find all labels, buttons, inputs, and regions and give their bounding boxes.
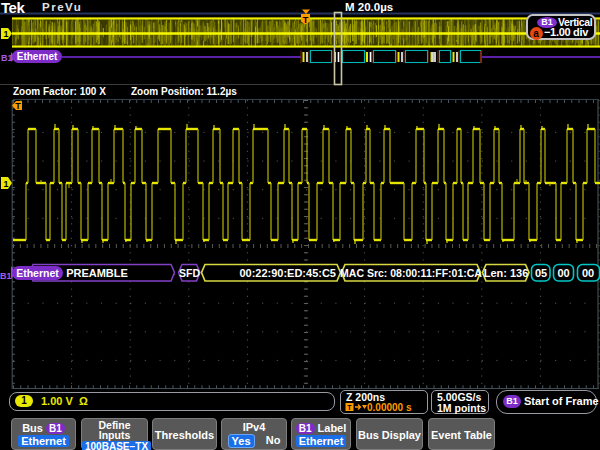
svg-text:00:22:90:ED:45:C5: 00:22:90:ED:45:C5 [239, 267, 336, 279]
svg-text:T: T [303, 15, 309, 25]
svg-text:05: 05 [535, 267, 547, 279]
svg-text:B1: B1 [0, 271, 12, 281]
svg-text:MAC Src: 08:00:11:FF:01:CA: MAC Src: 08:00:11:FF:01:CA [340, 267, 482, 279]
svg-text:B1: B1 [1, 53, 13, 63]
svg-text:Len: 136: Len: 136 [484, 267, 529, 279]
svg-text:T: T [347, 404, 352, 411]
svg-text:1: 1 [3, 29, 8, 39]
svg-text:00: 00 [557, 267, 569, 279]
svg-text:SFD: SFD [179, 267, 200, 279]
svg-text:PREAMBLE: PREAMBLE [66, 267, 128, 279]
svg-text:1: 1 [3, 179, 8, 189]
svg-text:00: 00 [582, 267, 594, 279]
svg-text:T: T [15, 101, 21, 111]
